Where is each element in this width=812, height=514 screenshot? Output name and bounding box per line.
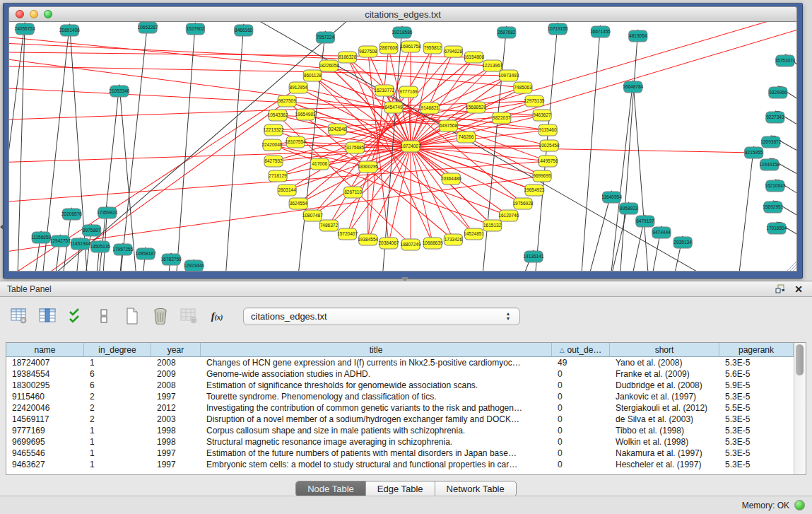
sort-ascending-icon: △ [560,346,565,354]
graph-node-label: 9227343 [766,115,784,119]
graph-node-label: 12923446 [184,263,204,268]
table-row[interactable]: 1830029562008Estimation of significance … [6,380,794,391]
new-table-icon[interactable] [123,307,141,325]
table-row[interactable]: 969969511998Structural magnetic resonanc… [6,436,794,448]
graph-edge[interactable] [16,23,25,271]
table-row[interactable]: 1938455462009Genome-wide association stu… [6,368,794,380]
table-source-select[interactable]: citations_edges.txt ▲▼ [243,308,520,325]
column-header-short[interactable]: short [610,343,719,356]
graph-node-label: 10543362 [268,112,288,117]
table-cell: 49 [552,357,610,368]
tab-network-table[interactable]: Network Table [435,481,516,496]
table-cell: 5.5E-5 [719,402,794,414]
window-resize-grip[interactable] [787,261,796,271]
delete-column-icon-disabled [180,307,198,325]
table-panel-header: Table Panel ✕ [0,281,812,297]
graph-node-label: 20384067 [378,240,399,245]
table-row[interactable]: 946362711997Embryonic stem cells: a mode… [6,459,794,470]
table-cell: 6 [84,368,151,380]
graph-node-label: 16154808 [464,54,484,59]
graph-edge[interactable] [172,23,195,271]
graph-node-label: 19218586 [392,30,412,35]
graph-node-label: 9827509 [278,98,296,103]
table-cell: 1 [84,459,151,470]
column-header-name[interactable]: name [6,343,84,356]
network-canvas[interactable]: 1872400722420046122133221054336298275098… [8,22,797,271]
table-cell: 6 [84,380,151,391]
network-canvas-svg[interactable]: 1872400722420046122133221054336298275098… [9,22,796,271]
zoom-window-button[interactable] [44,10,52,18]
graph-node-label: 16961758 [401,44,421,49]
window-titlebar[interactable]: citations_edges.txt [8,6,797,22]
table-row[interactable]: 977716911998Corpus callosum shape and si… [6,425,794,436]
tab-edge-table[interactable]: Edge Table [366,481,435,496]
scrollbar-thumb[interactable] [796,344,804,375]
table-cell: 1998 [151,436,201,448]
graph-edge[interactable] [411,146,523,204]
graph-edge[interactable] [734,146,754,271]
window-title: citations_edges.txt [9,9,796,20]
table-cell: 1997 [151,459,201,470]
minimize-window-button[interactable] [30,10,38,18]
float-panel-icon[interactable] [774,284,787,295]
table-cell: 5.3E-5 [719,357,794,368]
graph-edge[interactable] [411,130,548,146]
selection-mode-icon[interactable] [66,307,85,325]
graph-edge[interactable] [577,25,600,271]
column-header-out_de[interactable]: △out_de… [552,343,610,356]
graph-node-label: 1733426 [445,237,463,242]
graph-node-label: 17016504 [766,226,787,230]
vertical-scrollbar[interactable] [794,343,806,474]
table-cell: 5.9E-5 [719,380,794,391]
table-row[interactable]: 1872400712008Changes of HCN gene express… [6,357,794,368]
sidebar-collapse-arrow-icon[interactable] [0,223,4,230]
table-cell: 9777169 [6,425,84,436]
graph-node-label: 8454749 [384,105,403,110]
table-row[interactable]: 2242004622012Investigating the contribut… [6,402,794,414]
row-height-icon[interactable] [95,307,113,325]
function-builder-icon[interactable]: f(x) [208,307,226,325]
table-cell: 0 [552,402,610,414]
combo-stepper-icon[interactable]: ▲▼ [501,312,515,321]
table-tabs: Node TableEdge TableNetwork Table [0,481,812,497]
graph-node-label: 16210772 [374,88,394,93]
graph-edge[interactable] [9,161,548,206]
column-header-title[interactable]: title [201,343,552,356]
column-header-year[interactable]: year [151,343,201,356]
graph-node-label: 7486372 [320,223,339,228]
graph-edge[interactable] [9,64,509,76]
modify-table-icon[interactable] [10,307,28,325]
table-row[interactable]: 911546021997Tourette syndrome. Phenomeno… [6,391,794,402]
close-window-button[interactable] [16,10,24,18]
graph-edge[interactable] [633,81,652,271]
table-cell: Estimation of the future numbers of pati… [201,448,552,459]
graph-edge[interactable] [411,52,453,146]
network-view-window: citations_edges.txt 18724007224200461221… [3,3,803,279]
graph-node-label: 3624554 [290,201,308,206]
show-columns-icon[interactable] [38,307,57,325]
graph-edge[interactable] [411,146,433,243]
graph-edge[interactable] [312,146,411,216]
graph-node-label: 2867608 [379,45,398,50]
delete-table-icon[interactable] [151,307,170,325]
table-row[interactable]: 946554611997Estimation of the future num… [6,448,794,459]
graph-node-label: 18226058 [319,63,339,68]
splitter-handle-icon[interactable] [401,277,408,281]
table-row[interactable]: 1456911722003Disruption of a novel membe… [6,414,794,425]
graph-node-label: 9463627 [533,112,551,117]
graph-node-label: 9329966 [769,90,787,95]
graph-edge[interactable] [116,22,148,271]
close-panel-icon[interactable]: ✕ [792,284,805,295]
graph-node-label: 2687682 [498,30,516,35]
table-cell: Franke et al. (2009) [610,368,719,380]
column-header-pagerank[interactable]: pagerank [719,343,794,356]
graph-node-label: 2718129 [269,173,287,178]
graph-edge[interactable] [329,146,411,226]
graph-edge[interactable] [223,24,244,271]
graph-edge[interactable] [9,29,523,88]
tab-node-table[interactable]: Node Table [296,481,366,496]
graph-edge[interactable] [119,85,141,271]
column-header-in_degree[interactable]: in_degree [84,343,151,356]
table-cell: 0 [552,459,610,470]
graph-edge[interactable] [502,22,796,118]
